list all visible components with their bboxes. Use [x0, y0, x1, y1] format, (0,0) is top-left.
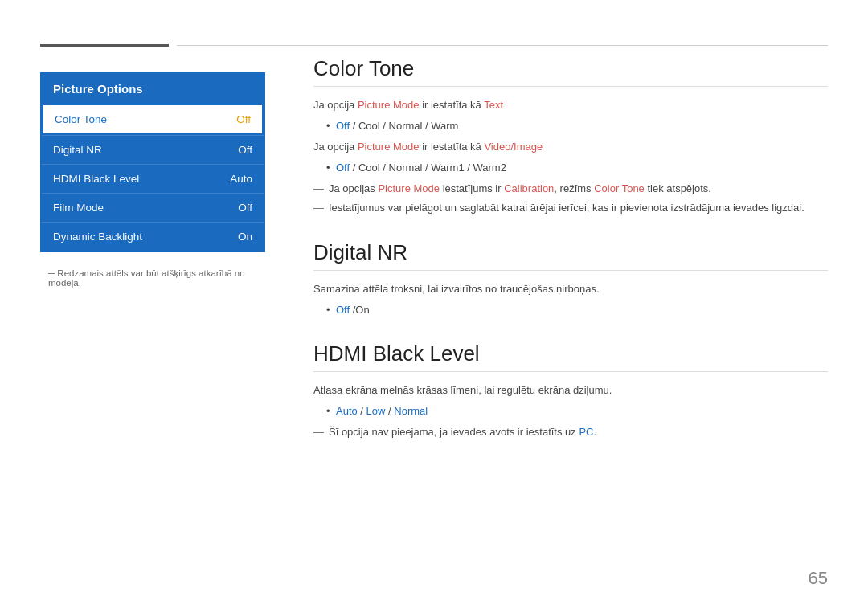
option-off3: Off — [336, 304, 350, 316]
list-item: Off /On — [326, 301, 828, 319]
pc-ref: PC — [579, 426, 593, 438]
top-line-short — [40, 44, 169, 47]
menu-item-hdmi-black-level[interactable]: HDMI Black Level Auto — [42, 164, 264, 193]
color-tone-note2: ― Iestatījumus var pielāgot un saglabāt … — [313, 199, 828, 217]
option-off2: Off — [336, 161, 350, 174]
hdmi-black-level-list: Auto / Low / Normal — [313, 403, 828, 420]
hdmi-note: ― Šī opcija nav pieejama, ja ievades avo… — [313, 423, 828, 441]
right-content: Color Tone Ja opcija Picture Mode ir ies… — [297, 56, 828, 581]
option-auto: Auto — [336, 405, 358, 417]
list-item: Off / Cool / Normal / Warm — [326, 117, 828, 135]
list-item: Auto / Low / Normal — [326, 403, 828, 420]
menu-item-color-tone[interactable]: Color Tone Off — [42, 104, 264, 135]
top-lines — [40, 44, 828, 47]
color-tone-line2: Ja opcija Picture Mode ir iestatīta kā V… — [313, 138, 828, 156]
color-tone-ref: Color Tone — [594, 182, 645, 194]
picture-mode-ref3: Picture Mode — [378, 182, 440, 194]
color-tone-note1: ― Ja opcijas Picture Mode iestatījums ir… — [313, 180, 828, 198]
color-tone-list2: Off / Cool / Normal / Warm1 / Warm2 — [313, 159, 828, 177]
menu-item-value: On — [238, 231, 252, 243]
menu-item-label: Film Mode — [53, 202, 104, 214]
hdmi-black-level-desc: Atlasa ekrāna melnās krāsas līmeni, lai … — [313, 382, 828, 399]
picture-options-box: Picture Options Color Tone Off Digital N… — [40, 72, 265, 252]
picture-mode-ref1: Picture Mode — [358, 99, 420, 111]
digital-nr-desc: Samazina attēla troksni, lai izvairītos … — [313, 280, 828, 298]
menu-item-value: Off — [238, 202, 252, 214]
option-low: Low — [366, 405, 386, 417]
picture-options-title: Picture Options — [42, 74, 264, 104]
menu-item-value: Auto — [230, 173, 252, 185]
menu-item-value: Off — [238, 144, 252, 156]
digital-nr-list: Off /On — [313, 301, 828, 319]
option-normal: Normal — [394, 405, 428, 417]
menu-item-film-mode[interactable]: Film Mode Off — [42, 193, 264, 222]
menu-item-label: HDMI Black Level — [53, 173, 139, 185]
page-number: 65 — [809, 568, 828, 589]
top-line-long — [177, 45, 828, 46]
list-item: Off / Cool / Normal / Warm1 / Warm2 — [326, 159, 828, 177]
picture-mode-ref2: Picture Mode — [358, 141, 420, 153]
section-body-color-tone: Ja opcija Picture Mode ir iestatīta kā T… — [313, 96, 828, 218]
left-panel-footnote: Redzamais attēls var būt atšķirīgs atkar… — [40, 268, 265, 288]
section-hdmi-black-level: HDMI Black Level Atlasa ekrāna melnās kr… — [313, 341, 828, 441]
menu-item-label: Dynamic Backlight — [53, 231, 142, 243]
section-digital-nr: Digital NR Samazina attēla troksni, lai … — [313, 240, 828, 319]
color-tone-list1: Off / Cool / Normal / Warm — [313, 117, 828, 135]
section-title-hdmi-black-level: HDMI Black Level — [313, 341, 828, 372]
menu-item-label: Digital NR — [53, 144, 102, 156]
menu-item-label: Color Tone — [55, 113, 107, 125]
menu-item-dynamic-backlight[interactable]: Dynamic Backlight On — [42, 222, 264, 251]
section-body-hdmi-black-level: Atlasa ekrāna melnās krāsas līmeni, lai … — [313, 382, 828, 441]
menu-item-digital-nr[interactable]: Digital NR Off — [42, 135, 264, 164]
option-off: Off — [336, 120, 350, 132]
menu-item-value: Off — [236, 113, 251, 125]
section-title-digital-nr: Digital NR — [313, 240, 828, 271]
left-panel: Picture Options Color Tone Off Digital N… — [40, 72, 265, 581]
color-tone-line1: Ja opcija Picture Mode ir iestatīta kā T… — [313, 96, 828, 114]
section-color-tone: Color Tone Ja opcija Picture Mode ir ies… — [313, 56, 828, 218]
section-title-color-tone: Color Tone — [313, 56, 828, 87]
video-image-ref: Video/Image — [484, 141, 542, 153]
section-body-digital-nr: Samazina attēla troksni, lai izvairītos … — [313, 280, 828, 319]
text-ref: Text — [484, 99, 503, 111]
calibration-ref: Calibration — [504, 182, 554, 194]
